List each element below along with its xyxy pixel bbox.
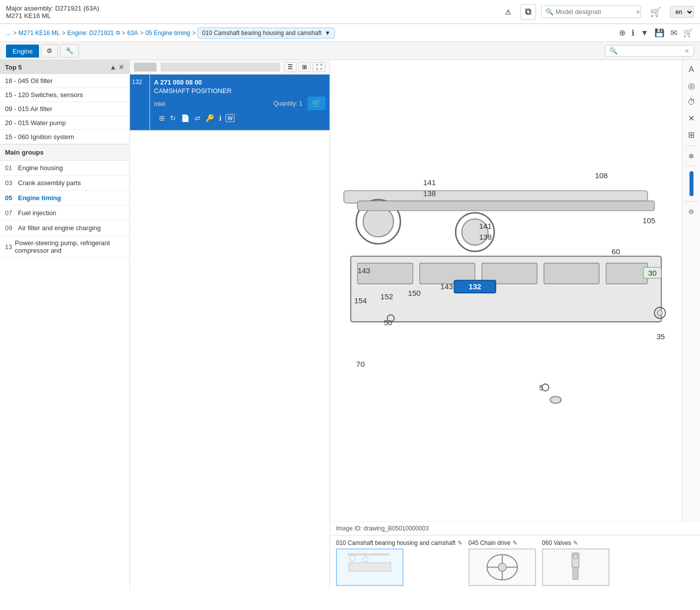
subgroup-img-045[interactable] bbox=[468, 548, 536, 586]
search-icon: 🔍 bbox=[546, 8, 554, 16]
font-size-tool-btn[interactable]: A bbox=[683, 62, 700, 77]
top5-item-3[interactable]: 20 - 015 Water pump bbox=[0, 116, 130, 130]
top5-item-1[interactable]: 15 - 120 Switches, sensors bbox=[0, 88, 130, 102]
sidebar: Top 5 ▲ ✕ 18 - 045 Oil filter 15 - 120 S… bbox=[0, 60, 130, 590]
svg-rect-39 bbox=[348, 553, 389, 555]
breadcrumb-engine[interactable]: Engine: D271921 bbox=[68, 30, 114, 37]
save-icon-btn[interactable]: 💾 bbox=[654, 27, 666, 39]
breadcrumb-63a[interactable]: 63A bbox=[128, 30, 138, 37]
part-info-icon[interactable]: ℹ bbox=[218, 113, 222, 123]
svg-text:70: 70 bbox=[356, 360, 364, 368]
dropdown-arrow-icon: ▼ bbox=[324, 30, 330, 37]
part-key-icon[interactable]: 🔑 bbox=[204, 113, 215, 123]
breadcrumb-m271[interactable]: M271 KE16 ML bbox=[18, 30, 60, 37]
subgroup-label-060: 060 Valves ✎ bbox=[542, 539, 578, 546]
svg-text:138: 138 bbox=[479, 233, 492, 241]
part-grid-icon[interactable]: ⊞ bbox=[158, 113, 166, 123]
part-doc-icon[interactable]: 📄 bbox=[180, 113, 190, 123]
email-icon-btn[interactable]: ✉ bbox=[670, 27, 678, 39]
tab-icon-gear[interactable]: ⚙ bbox=[41, 44, 58, 58]
tab-search-icon: 🔍 bbox=[610, 47, 618, 55]
part-wiki-icon[interactable]: W bbox=[226, 114, 234, 122]
group-num-13: 13 bbox=[5, 243, 15, 251]
cart-icon-btn[interactable]: 🛒 bbox=[682, 27, 694, 39]
add-to-cart-button[interactable]: 🛒 bbox=[308, 97, 326, 110]
parts-expand-btn[interactable]: ⛶ bbox=[312, 62, 326, 72]
top5-title: Top 5 bbox=[5, 64, 22, 71]
filter-icon-btn[interactable]: ▼ bbox=[640, 28, 650, 39]
diagram-area: 132 141 138 135 141 138 143 143 150 152 … bbox=[330, 60, 700, 521]
grid-tool-btn[interactable]: ⊞ bbox=[683, 127, 700, 143]
cart-button[interactable]: 🛒 bbox=[646, 5, 665, 20]
copy-button[interactable]: ⧉ bbox=[520, 4, 536, 20]
language-select[interactable]: en de fr bbox=[670, 6, 694, 18]
part-refresh-icon[interactable]: ↻ bbox=[169, 113, 177, 123]
svg-rect-33 bbox=[358, 201, 654, 211]
tab-icon-wrench[interactable]: 🔧 bbox=[60, 44, 79, 58]
edit-icon-045[interactable]: ✎ bbox=[512, 539, 518, 546]
top5-item-2[interactable]: 09 - 015 Air filter bbox=[0, 102, 130, 116]
info-icon-btn[interactable]: ℹ bbox=[630, 27, 636, 39]
tab-engine[interactable]: Engine bbox=[6, 45, 39, 58]
model-search-input[interactable] bbox=[556, 8, 636, 16]
part-transfer-icon[interactable]: ⇄ bbox=[194, 113, 202, 123]
warning-button[interactable]: ⚠ bbox=[501, 6, 516, 18]
tab-search-clear-icon[interactable]: ✕ bbox=[684, 48, 690, 55]
parts-grid-view-btn[interactable]: ⊞ bbox=[298, 62, 310, 72]
breadcrumb-toolbar: ⊕ ℹ ▼ 💾 ✉ 🛒 bbox=[618, 27, 694, 39]
svg-point-38 bbox=[550, 396, 561, 403]
group-item-01[interactable]: 01 Engine housing bbox=[0, 161, 130, 176]
group-item-13[interactable]: 13 Power-steering pump, refrigerant comp… bbox=[0, 236, 130, 258]
subgroup-label-010: 010 Camshaft bearing housing and camshaf… bbox=[336, 539, 462, 546]
part-content-132: A 271 050 08 00 CAMSHAFT POSITIONER Inle… bbox=[150, 75, 330, 130]
history-tool-btn[interactable]: ⏱ bbox=[683, 95, 700, 110]
group-item-07[interactable]: 07 Fuel injection bbox=[0, 206, 130, 221]
parts-list-view-btn[interactable]: ☰ bbox=[284, 62, 296, 72]
parts-search-bar bbox=[160, 63, 280, 72]
top5-item-4[interactable]: 15 - 060 Ignition system bbox=[0, 130, 130, 144]
top5-controls: ▲ ✕ bbox=[110, 63, 124, 71]
parts-progress-bar bbox=[134, 63, 156, 72]
blue-indicator bbox=[690, 171, 694, 196]
copy-icon-small[interactable]: ⧉ bbox=[116, 30, 120, 36]
subgroup-label-045: 045 Chain drive ✎ bbox=[468, 539, 518, 546]
model-search-box: 🔍 ✕ bbox=[541, 6, 641, 18]
edit-icon-060[interactable]: ✎ bbox=[573, 539, 578, 546]
svg-rect-48 bbox=[573, 567, 578, 580]
svg-text:152: 152 bbox=[380, 292, 393, 301]
breadcrumb-ellipsis[interactable]: ... bbox=[6, 30, 11, 37]
top5-collapse-btn[interactable]: ▲ bbox=[110, 63, 116, 71]
main-groups-header: Main groups bbox=[0, 144, 130, 161]
top5-item-0[interactable]: 18 - 045 Oil filter bbox=[0, 74, 130, 88]
zoom-in-tool-btn[interactable]: ⊕ bbox=[683, 149, 700, 163]
top5-close-btn[interactable]: ✕ bbox=[118, 63, 124, 71]
subgroup-card-010: 010 Camshaft bearing housing and camshaf… bbox=[336, 539, 462, 586]
tab-search-input[interactable] bbox=[620, 47, 684, 55]
quantity-label: Quantity: 1 bbox=[274, 100, 302, 107]
group-num-07: 07 bbox=[5, 209, 18, 217]
subgroup-img-010[interactable] bbox=[336, 548, 404, 586]
svg-text:132: 132 bbox=[468, 282, 481, 291]
svg-text:50: 50 bbox=[384, 318, 392, 327]
group-item-03[interactable]: 03 Crank assembly parts bbox=[0, 176, 130, 191]
clear-search-icon[interactable]: ✕ bbox=[636, 9, 640, 16]
part-desc: Inlet bbox=[154, 101, 166, 108]
parts-list: 132 A 271 050 08 00 CAMSHAFT POSITIONER … bbox=[130, 75, 330, 590]
part-name: CAMSHAFT POSITIONER bbox=[154, 87, 326, 95]
main-layout: Top 5 ▲ ✕ 18 - 045 Oil filter 15 - 120 S… bbox=[0, 60, 700, 590]
breadcrumb-engine-timing[interactable]: 05 Engine timing bbox=[146, 30, 190, 37]
svg-text:141: 141 bbox=[423, 178, 436, 187]
circle-tool-btn[interactable]: ◎ bbox=[683, 78, 700, 94]
tool-separator-2 bbox=[684, 166, 698, 166]
parts-toolbar: ☰ ⊞ ⛶ bbox=[130, 60, 330, 75]
breadcrumb-current-label: 010 Camshaft bearing housing and camshaf… bbox=[202, 30, 322, 37]
edit-icon-010[interactable]: ✎ bbox=[458, 539, 462, 546]
zoom-icon-btn[interactable]: ⊕ bbox=[618, 27, 626, 39]
close-tool-btn[interactable]: ✕ bbox=[683, 111, 700, 126]
breadcrumb-current-dropdown[interactable]: 010 Camshaft bearing housing and camshaf… bbox=[198, 28, 335, 39]
group-num-05: 05 bbox=[5, 194, 18, 202]
zoom-out-tool-btn[interactable]: ⊖ bbox=[683, 205, 700, 218]
subgroup-img-060[interactable] bbox=[542, 548, 610, 586]
group-item-05[interactable]: 05 Engine timing bbox=[0, 191, 130, 206]
group-item-09[interactable]: 09 Air filter and engine charging bbox=[0, 221, 130, 236]
